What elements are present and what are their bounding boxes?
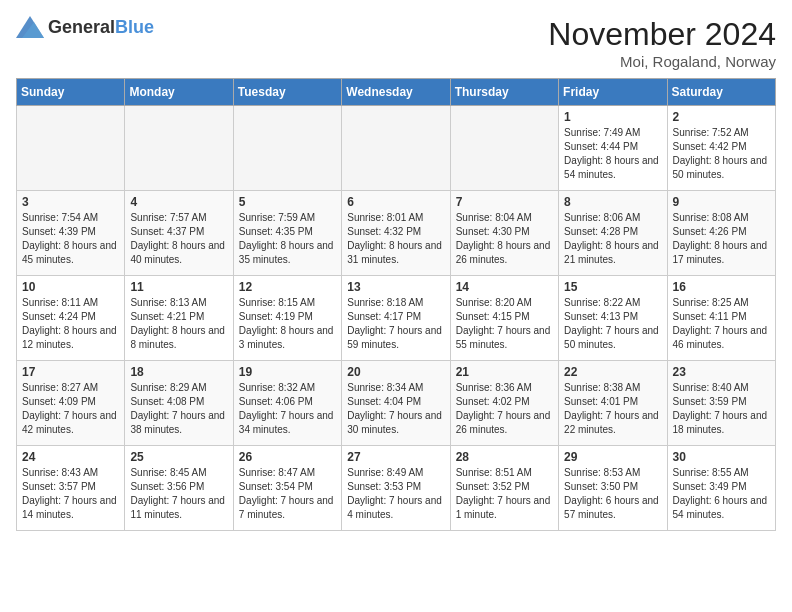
day-info: Sunrise: 8:06 AM Sunset: 4:28 PM Dayligh… [564, 211, 661, 267]
day-info: Sunrise: 7:52 AM Sunset: 4:42 PM Dayligh… [673, 126, 770, 182]
calendar-cell: 7Sunrise: 8:04 AM Sunset: 4:30 PM Daylig… [450, 191, 558, 276]
day-number: 13 [347, 280, 444, 294]
weekday-header: Tuesday [233, 79, 341, 106]
weekday-header: Saturday [667, 79, 775, 106]
day-number: 20 [347, 365, 444, 379]
day-info: Sunrise: 8:51 AM Sunset: 3:52 PM Dayligh… [456, 466, 553, 522]
day-number: 30 [673, 450, 770, 464]
calendar-cell: 11Sunrise: 8:13 AM Sunset: 4:21 PM Dayli… [125, 276, 233, 361]
calendar-cell: 20Sunrise: 8:34 AM Sunset: 4:04 PM Dayli… [342, 361, 450, 446]
day-number: 15 [564, 280, 661, 294]
day-info: Sunrise: 8:29 AM Sunset: 4:08 PM Dayligh… [130, 381, 227, 437]
day-info: Sunrise: 8:47 AM Sunset: 3:54 PM Dayligh… [239, 466, 336, 522]
calendar-cell: 25Sunrise: 8:45 AM Sunset: 3:56 PM Dayli… [125, 446, 233, 531]
calendar-cell: 16Sunrise: 8:25 AM Sunset: 4:11 PM Dayli… [667, 276, 775, 361]
day-number: 10 [22, 280, 119, 294]
calendar-cell: 5Sunrise: 7:59 AM Sunset: 4:35 PM Daylig… [233, 191, 341, 276]
calendar-week-row: 3Sunrise: 7:54 AM Sunset: 4:39 PM Daylig… [17, 191, 776, 276]
day-info: Sunrise: 8:18 AM Sunset: 4:17 PM Dayligh… [347, 296, 444, 352]
day-number: 24 [22, 450, 119, 464]
page-header: GeneralBlue November 2024 Moi, Rogaland,… [16, 16, 776, 70]
logo-icon [16, 16, 44, 38]
day-number: 2 [673, 110, 770, 124]
calendar-cell [125, 106, 233, 191]
day-info: Sunrise: 7:59 AM Sunset: 4:35 PM Dayligh… [239, 211, 336, 267]
calendar-cell: 22Sunrise: 8:38 AM Sunset: 4:01 PM Dayli… [559, 361, 667, 446]
logo-blue: Blue [115, 17, 154, 37]
day-info: Sunrise: 8:27 AM Sunset: 4:09 PM Dayligh… [22, 381, 119, 437]
day-info: Sunrise: 7:54 AM Sunset: 4:39 PM Dayligh… [22, 211, 119, 267]
weekday-header: Friday [559, 79, 667, 106]
day-number: 23 [673, 365, 770, 379]
calendar-week-row: 1Sunrise: 7:49 AM Sunset: 4:44 PM Daylig… [17, 106, 776, 191]
day-info: Sunrise: 8:36 AM Sunset: 4:02 PM Dayligh… [456, 381, 553, 437]
calendar-cell: 15Sunrise: 8:22 AM Sunset: 4:13 PM Dayli… [559, 276, 667, 361]
calendar-cell: 1Sunrise: 7:49 AM Sunset: 4:44 PM Daylig… [559, 106, 667, 191]
day-info: Sunrise: 8:20 AM Sunset: 4:15 PM Dayligh… [456, 296, 553, 352]
day-info: Sunrise: 8:01 AM Sunset: 4:32 PM Dayligh… [347, 211, 444, 267]
day-number: 29 [564, 450, 661, 464]
day-number: 17 [22, 365, 119, 379]
calendar-cell: 14Sunrise: 8:20 AM Sunset: 4:15 PM Dayli… [450, 276, 558, 361]
month-title: November 2024 [548, 16, 776, 53]
day-info: Sunrise: 8:11 AM Sunset: 4:24 PM Dayligh… [22, 296, 119, 352]
day-number: 27 [347, 450, 444, 464]
day-info: Sunrise: 7:57 AM Sunset: 4:37 PM Dayligh… [130, 211, 227, 267]
day-number: 7 [456, 195, 553, 209]
day-info: Sunrise: 8:38 AM Sunset: 4:01 PM Dayligh… [564, 381, 661, 437]
day-number: 19 [239, 365, 336, 379]
logo-general: General [48, 17, 115, 37]
day-info: Sunrise: 8:08 AM Sunset: 4:26 PM Dayligh… [673, 211, 770, 267]
day-info: Sunrise: 8:22 AM Sunset: 4:13 PM Dayligh… [564, 296, 661, 352]
calendar-cell: 6Sunrise: 8:01 AM Sunset: 4:32 PM Daylig… [342, 191, 450, 276]
calendar-cell: 13Sunrise: 8:18 AM Sunset: 4:17 PM Dayli… [342, 276, 450, 361]
calendar-cell: 2Sunrise: 7:52 AM Sunset: 4:42 PM Daylig… [667, 106, 775, 191]
logo: GeneralBlue [16, 16, 154, 38]
calendar-cell [450, 106, 558, 191]
day-info: Sunrise: 8:43 AM Sunset: 3:57 PM Dayligh… [22, 466, 119, 522]
calendar-cell [342, 106, 450, 191]
day-info: Sunrise: 8:53 AM Sunset: 3:50 PM Dayligh… [564, 466, 661, 522]
day-number: 26 [239, 450, 336, 464]
calendar-cell: 29Sunrise: 8:53 AM Sunset: 3:50 PM Dayli… [559, 446, 667, 531]
day-number: 12 [239, 280, 336, 294]
calendar-cell [17, 106, 125, 191]
day-number: 9 [673, 195, 770, 209]
day-number: 6 [347, 195, 444, 209]
weekday-header: Thursday [450, 79, 558, 106]
calendar-cell: 4Sunrise: 7:57 AM Sunset: 4:37 PM Daylig… [125, 191, 233, 276]
title-block: November 2024 Moi, Rogaland, Norway [548, 16, 776, 70]
calendar-week-row: 24Sunrise: 8:43 AM Sunset: 3:57 PM Dayli… [17, 446, 776, 531]
weekday-header: Monday [125, 79, 233, 106]
day-number: 18 [130, 365, 227, 379]
day-number: 3 [22, 195, 119, 209]
day-info: Sunrise: 8:32 AM Sunset: 4:06 PM Dayligh… [239, 381, 336, 437]
day-number: 21 [456, 365, 553, 379]
day-number: 28 [456, 450, 553, 464]
calendar-cell: 30Sunrise: 8:55 AM Sunset: 3:49 PM Dayli… [667, 446, 775, 531]
day-number: 16 [673, 280, 770, 294]
day-number: 11 [130, 280, 227, 294]
day-number: 8 [564, 195, 661, 209]
calendar-cell: 17Sunrise: 8:27 AM Sunset: 4:09 PM Dayli… [17, 361, 125, 446]
calendar-cell: 23Sunrise: 8:40 AM Sunset: 3:59 PM Dayli… [667, 361, 775, 446]
weekday-header-row: SundayMondayTuesdayWednesdayThursdayFrid… [17, 79, 776, 106]
day-number: 25 [130, 450, 227, 464]
day-number: 5 [239, 195, 336, 209]
calendar-cell: 24Sunrise: 8:43 AM Sunset: 3:57 PM Dayli… [17, 446, 125, 531]
calendar-week-row: 10Sunrise: 8:11 AM Sunset: 4:24 PM Dayli… [17, 276, 776, 361]
day-info: Sunrise: 8:40 AM Sunset: 3:59 PM Dayligh… [673, 381, 770, 437]
calendar-cell: 28Sunrise: 8:51 AM Sunset: 3:52 PM Dayli… [450, 446, 558, 531]
calendar-cell: 26Sunrise: 8:47 AM Sunset: 3:54 PM Dayli… [233, 446, 341, 531]
day-info: Sunrise: 8:55 AM Sunset: 3:49 PM Dayligh… [673, 466, 770, 522]
day-info: Sunrise: 8:34 AM Sunset: 4:04 PM Dayligh… [347, 381, 444, 437]
calendar-cell [233, 106, 341, 191]
calendar-cell: 18Sunrise: 8:29 AM Sunset: 4:08 PM Dayli… [125, 361, 233, 446]
day-number: 22 [564, 365, 661, 379]
day-info: Sunrise: 8:15 AM Sunset: 4:19 PM Dayligh… [239, 296, 336, 352]
day-info: Sunrise: 8:45 AM Sunset: 3:56 PM Dayligh… [130, 466, 227, 522]
day-number: 1 [564, 110, 661, 124]
calendar-cell: 19Sunrise: 8:32 AM Sunset: 4:06 PM Dayli… [233, 361, 341, 446]
day-info: Sunrise: 8:25 AM Sunset: 4:11 PM Dayligh… [673, 296, 770, 352]
day-info: Sunrise: 8:04 AM Sunset: 4:30 PM Dayligh… [456, 211, 553, 267]
